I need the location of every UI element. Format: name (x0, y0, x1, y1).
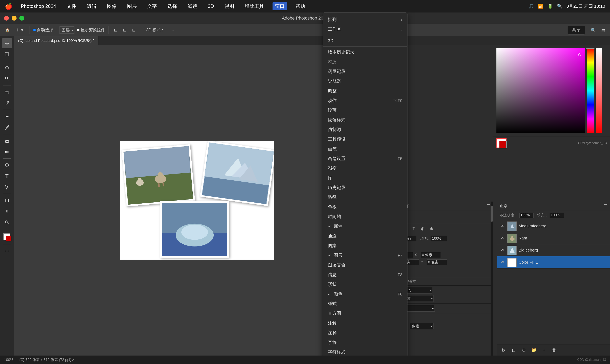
brush-tool[interactable] (2, 122, 12, 132)
headphone-icon[interactable]: 🎵 (529, 4, 534, 9)
fill-input[interactable] (431, 236, 447, 241)
minimize-button[interactable] (12, 16, 16, 21)
menu-item-para-styles[interactable]: 段落样式 (323, 115, 407, 125)
ruler-unit-select[interactable]: 像素 (409, 323, 434, 329)
battery-icon[interactable]: 🔋 (547, 4, 553, 9)
crop-tool[interactable] (2, 87, 12, 97)
auto-select-check[interactable] (33, 29, 36, 31)
marquee-tool[interactable] (2, 49, 12, 59)
menu-help[interactable]: 帮助 (294, 2, 307, 10)
menu-item-navigator[interactable]: 导航器 (323, 76, 407, 86)
menu-image[interactable]: 图像 (105, 2, 119, 10)
layer-eye-mediumiceberg[interactable]: 👁 (500, 223, 505, 229)
menu-item-comments[interactable]: 注释 (323, 328, 407, 338)
align-right-btn[interactable]: ⊟ (131, 27, 137, 33)
align-center-btn[interactable]: ⊟ (122, 27, 128, 33)
menu-item-timeline[interactable]: 时间轴 (323, 212, 407, 221)
menu-item-patterns[interactable]: 图案 (323, 241, 407, 250)
menu-item-paragraph[interactable]: 段落 (323, 105, 407, 115)
menu-file[interactable]: 文件 (65, 2, 78, 10)
fg-color-swatch[interactable] (496, 138, 506, 148)
canvas-btn-4[interactable]: T (410, 225, 417, 232)
menu-select[interactable]: 选择 (165, 2, 179, 10)
background-swatch[interactable] (6, 236, 11, 241)
layer-row-bigiceberg[interactable]: 👁 BigIceberg (497, 244, 610, 256)
menu-item-version-history[interactable]: 版本历史记录 (323, 47, 407, 57)
path-selection-tool[interactable] (2, 182, 12, 192)
share-button[interactable]: 共享 (568, 26, 585, 35)
layer-new-btn[interactable]: + (540, 346, 548, 354)
layer-row-colorfill[interactable]: 👁 Color Fill 1 (497, 256, 610, 269)
menu-item-3d[interactable]: 3D (323, 36, 407, 46)
menu-item-color[interactable]: ✓ 颜色 F6 (323, 289, 407, 299)
menu-item-swatches[interactable]: 色板 (323, 202, 407, 212)
menu-item-info[interactable]: 信息 F8 (323, 270, 407, 280)
color-gradient[interactable] (496, 48, 585, 133)
layers-menu[interactable]: ☰ (604, 204, 608, 208)
menu-plugins[interactable]: 增效工具 (243, 2, 266, 10)
menu-item-actions[interactable]: 动作 ⌥F9 (323, 96, 407, 105)
bg-color-swatch[interactable] (499, 141, 507, 148)
lasso-tool[interactable] (2, 63, 12, 73)
menu-item-history[interactable]: 历史记录 (323, 183, 407, 193)
menu-item-shapes[interactable]: 形状 (323, 280, 407, 289)
layer-select[interactable]: 图层 (59, 26, 74, 34)
canvas-y-input[interactable] (427, 260, 447, 265)
menu-item-properties[interactable]: ✓ 属性 (323, 221, 407, 231)
transform-check[interactable] (77, 29, 80, 31)
menu-item-tool-presets[interactable]: 工具预设 (323, 134, 407, 144)
maximize-button[interactable] (19, 16, 24, 21)
shape-tool[interactable] (2, 195, 12, 206)
menu-item-measurement[interactable]: 测量记录 (323, 67, 407, 76)
pen-tool[interactable] (2, 160, 12, 170)
extra-btn[interactable]: ⋯ (169, 27, 176, 33)
menu-filter[interactable]: 滤镜 (186, 2, 199, 10)
more-tools-btn[interactable]: ⋯ (2, 246, 12, 256)
menu-item-channels[interactable]: 通道 (323, 231, 407, 241)
menu-item-histogram[interactable]: 直方图 (323, 309, 407, 318)
menu-item-adjustments[interactable]: 调整 (323, 86, 407, 96)
menu-item-workspace[interactable]: 工作区 › (323, 24, 407, 34)
close-button[interactable] (4, 16, 9, 21)
eraser-tool[interactable] (2, 136, 12, 146)
layer-delete-btn[interactable]: 🗑 (550, 346, 558, 354)
menu-item-layer-comps[interactable]: 图层复合 (323, 260, 407, 270)
eyedropper-tool[interactable] (2, 98, 12, 108)
hue-slider[interactable] (587, 48, 594, 133)
menu-layer[interactable]: 图层 (125, 2, 139, 10)
layer-mask-btn[interactable]: ◻ (510, 346, 518, 354)
wifi-icon[interactable]: 📶 (538, 4, 543, 9)
canvas-btn-6[interactable]: ⊕ (428, 225, 435, 232)
layer-adj-btn[interactable]: ⊕ (520, 346, 528, 354)
props-scrollbar[interactable] (491, 202, 493, 355)
hand-tool[interactable] (2, 206, 12, 217)
menu-item-character[interactable]: 字符 (323, 338, 407, 347)
layer-eye-ram[interactable]: 👁 (500, 235, 505, 241)
layer-opacity-input[interactable] (519, 213, 534, 218)
layer-group-btn[interactable]: 📁 (530, 346, 538, 354)
layer-row-ram[interactable]: 👁 Ram (497, 232, 610, 244)
menu-item-layers[interactable]: ✓ 图层 F7 (323, 250, 407, 260)
move-tool-btn[interactable]: ✛ ▼ (14, 27, 26, 33)
apple-icon[interactable]: 🍎 (5, 3, 12, 10)
menu-item-materials[interactable]: 材质 (323, 57, 407, 67)
menu-item-paths[interactable]: 路径 (323, 193, 407, 202)
layers-mode-select[interactable]: 正常 (500, 203, 508, 208)
menu-type[interactable]: 文字 (145, 2, 159, 10)
layer-eye-colorfill[interactable]: 👁 (500, 260, 505, 265)
menu-photoshop[interactable]: Photoshop 2024 (19, 3, 58, 10)
magic-wand-tool[interactable] (2, 74, 12, 84)
layer-fill-input[interactable] (550, 213, 564, 218)
menu-item-gradient[interactable]: 渐变 (323, 163, 407, 173)
canvas-x-input[interactable] (420, 252, 441, 258)
props-panel-menu[interactable]: ☰ (487, 204, 491, 208)
layer-fx-btn[interactable]: fx (500, 346, 508, 354)
layer-eye-bigiceberg[interactable]: 👁 (500, 247, 505, 253)
menu-edit[interactable]: 编辑 (85, 2, 98, 10)
menu-item-clone-source[interactable]: 仿制源 (323, 125, 407, 134)
props-scrollbar-thumb[interactable] (491, 206, 493, 222)
layer-row-mediumiceberg[interactable]: 👁 MediumIceberg (497, 220, 610, 232)
align-left-btn[interactable]: ⊟ (112, 27, 119, 33)
home-button[interactable]: 🏠 (3, 27, 12, 33)
zoom-tool[interactable] (2, 217, 12, 227)
